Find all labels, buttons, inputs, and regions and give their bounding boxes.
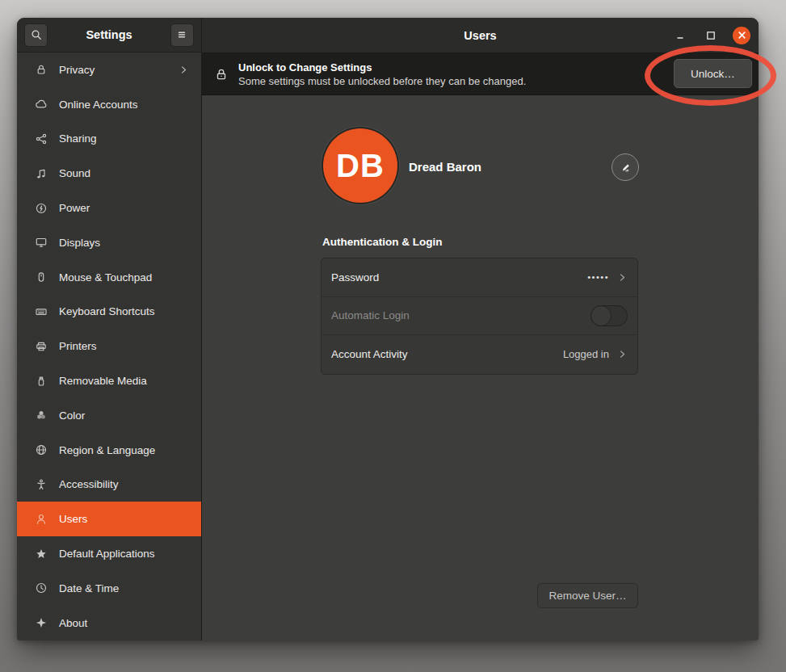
sidebar-item-label: Power bbox=[59, 202, 193, 214]
row-value: ••••• bbox=[587, 272, 609, 282]
display-icon bbox=[34, 236, 48, 250]
edit-name-button[interactable] bbox=[612, 153, 639, 181]
mouse-icon bbox=[34, 271, 48, 284]
banner-title: Unlock to Change Settings bbox=[238, 61, 526, 74]
sidebar-item-label: Displays bbox=[59, 237, 193, 249]
banner-text: Unlock to Change Settings Some settings … bbox=[238, 61, 526, 88]
minimize-button[interactable] bbox=[671, 27, 689, 44]
sidebar-item-label: Online Accounts bbox=[59, 99, 193, 111]
remove-user-button[interactable]: Remove User… bbox=[537, 583, 638, 608]
sparkle-icon bbox=[34, 616, 48, 630]
row-automatic-login: Automatic Login bbox=[322, 297, 637, 336]
sidebar-item-keyboard-shortcuts[interactable]: Keyboard Shortcuts bbox=[17, 295, 201, 330]
menu-button[interactable] bbox=[170, 23, 194, 47]
unlock-button[interactable]: Unlock… bbox=[674, 59, 752, 88]
search-button[interactable] bbox=[24, 23, 48, 47]
sidebar-item-printers[interactable]: Printers bbox=[17, 329, 201, 363]
sidebar-item-label: About bbox=[59, 617, 193, 629]
sidebar-item-label: Region & Language bbox=[59, 444, 193, 456]
sidebar-item-power[interactable]: Power bbox=[17, 191, 201, 225]
settings-window: Settings PrivacyOnline AccountsSharingSo… bbox=[17, 18, 759, 640]
row-label: Account Activity bbox=[331, 348, 563, 360]
avatar[interactable]: DB bbox=[323, 128, 397, 203]
row-value: Logged in bbox=[563, 348, 609, 360]
users-content: DB Dread Baron Authentication & Login Pa… bbox=[202, 95, 759, 640]
sidebar-item-displays[interactable]: Displays bbox=[17, 225, 201, 260]
desktop-background: Settings PrivacyOnline AccountsSharingSo… bbox=[0, 0, 786, 672]
sidebar-item-label: Sound bbox=[59, 167, 193, 179]
sidebar-item-label: Privacy bbox=[59, 64, 179, 76]
chevron-right-icon bbox=[617, 349, 628, 359]
main-header: Users bbox=[202, 18, 759, 53]
sidebar-item-users[interactable]: Users bbox=[17, 502, 201, 536]
sidebar-item-label: Users bbox=[59, 513, 193, 525]
user-name: Dread Baron bbox=[409, 160, 481, 174]
color-profile-icon bbox=[34, 409, 48, 422]
sidebar-header: Settings bbox=[17, 18, 201, 52]
globe-icon bbox=[34, 443, 48, 457]
lock-icon bbox=[34, 63, 48, 77]
toggle-knob bbox=[591, 305, 612, 326]
padlock-icon bbox=[214, 67, 229, 82]
cloud-icon bbox=[34, 98, 48, 111]
sidebar-item-region-language[interactable]: Region & Language bbox=[17, 433, 201, 468]
sidebar-item-mouse-touchpad[interactable]: Mouse & Touchpad bbox=[17, 260, 201, 295]
close-button[interactable] bbox=[733, 27, 750, 44]
accessibility-icon bbox=[34, 477, 48, 491]
sidebar-item-label: Printers bbox=[59, 340, 193, 352]
maximize-button[interactable] bbox=[702, 27, 720, 44]
close-icon bbox=[738, 31, 746, 40]
minimize-icon bbox=[675, 31, 685, 40]
sidebar-item-privacy[interactable]: Privacy bbox=[17, 52, 201, 87]
sidebar-item-label: Keyboard Shortcuts bbox=[59, 305, 193, 317]
keyboard-icon bbox=[34, 304, 48, 318]
music-note-icon bbox=[34, 166, 48, 180]
sidebar-item-color[interactable]: Color bbox=[17, 398, 201, 433]
sidebar-item-label: Color bbox=[59, 410, 193, 422]
main-panel: Users bbox=[202, 18, 759, 640]
sidebar-item-sound[interactable]: Sound bbox=[17, 156, 201, 191]
sidebar-item-sharing[interactable]: Sharing bbox=[17, 122, 201, 157]
sidebar-item-label: Default Applications bbox=[59, 548, 193, 560]
maximize-icon bbox=[706, 31, 716, 40]
sidebar-item-removable-media[interactable]: Removable Media bbox=[17, 363, 201, 398]
sidebar: Settings PrivacyOnline AccountsSharingSo… bbox=[17, 18, 202, 640]
sidebar-item-online-accounts[interactable]: Online Accounts bbox=[17, 87, 201, 122]
app-title: Settings bbox=[86, 28, 132, 41]
sidebar-item-default-applications[interactable]: Default Applications bbox=[17, 536, 201, 571]
row-label: Automatic Login bbox=[331, 309, 591, 321]
star-icon bbox=[34, 547, 48, 561]
hamburger-menu-icon bbox=[175, 28, 188, 41]
search-icon bbox=[30, 28, 43, 41]
sidebar-item-label: Sharing bbox=[59, 132, 193, 145]
row-account-activity[interactable]: Account ActivityLogged in bbox=[322, 335, 637, 374]
sidebar-item-label: Removable Media bbox=[59, 375, 193, 387]
toggle-automatic-login[interactable] bbox=[591, 305, 628, 326]
sidebar-item-accessibility[interactable]: Accessibility bbox=[17, 468, 201, 502]
sidebar-item-about[interactable]: About bbox=[17, 606, 201, 640]
pencil-icon bbox=[620, 162, 632, 174]
section-title: Authentication & Login bbox=[322, 236, 442, 248]
window-controls bbox=[671, 18, 750, 52]
chevron-right-icon bbox=[179, 65, 189, 75]
sidebar-item-date-time[interactable]: Date & Time bbox=[17, 571, 201, 606]
clock-icon bbox=[34, 582, 48, 595]
row-password[interactable]: Password••••• bbox=[322, 258, 637, 297]
sidebar-list: PrivacyOnline AccountsSharingSoundPowerD… bbox=[17, 52, 201, 640]
printer-icon bbox=[34, 339, 48, 353]
power-icon bbox=[34, 201, 48, 215]
flash-drive-icon bbox=[34, 374, 48, 388]
sidebar-item-label: Date & Time bbox=[59, 582, 193, 594]
chevron-right-icon bbox=[617, 272, 628, 283]
sidebar-item-label: Accessibility bbox=[59, 478, 193, 490]
unlock-banner: Unlock to Change Settings Some settings … bbox=[202, 53, 759, 95]
sidebar-item-label: Mouse & Touchpad bbox=[59, 271, 193, 284]
share-icon bbox=[34, 132, 48, 145]
banner-subtitle: Some settings must be unlocked before th… bbox=[238, 74, 526, 88]
auth-login-group: Password•••••Automatic LoginAccount Acti… bbox=[321, 258, 638, 375]
person-icon bbox=[34, 512, 48, 526]
row-label: Password bbox=[331, 271, 587, 284]
